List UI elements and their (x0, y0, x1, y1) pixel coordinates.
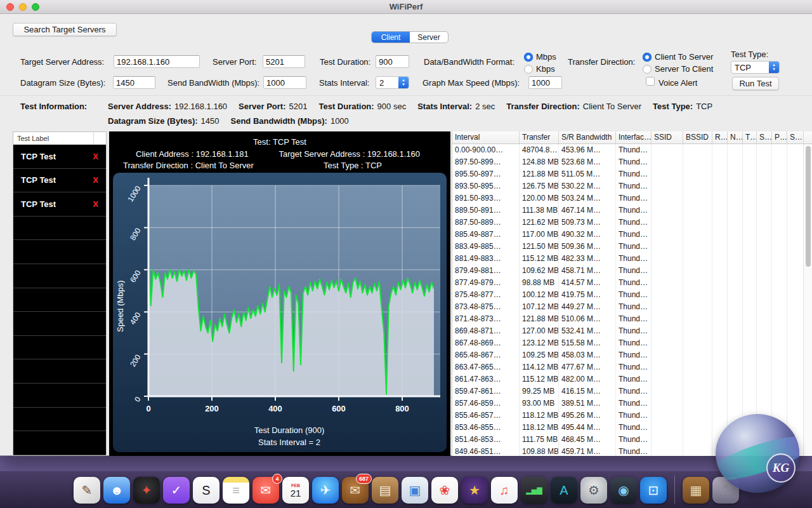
stats-table-row: 891.50-893…120.00 MB503.24 M…Thund… (452, 192, 812, 204)
table-scrollbar[interactable] (803, 144, 812, 456)
stats-column-header[interactable]: N… (728, 131, 743, 144)
tab-client[interactable]: Client (372, 32, 410, 43)
table-scrollbar-thumb[interactable] (806, 146, 811, 267)
test-list-header[interactable]: Test Label (13, 132, 106, 145)
graph-max-speed-input[interactable] (528, 76, 562, 89)
window-titlebar[interactable]: WiFiPerf (0, 0, 812, 14)
stats-column-header[interactable]: Interfac… (616, 131, 652, 144)
safari-icon[interactable]: ✈ (312, 477, 339, 504)
stats-column-header[interactable]: T… (743, 131, 757, 144)
chart-addresses: Client Address : 192.168.1.181 Target Se… (136, 149, 420, 159)
radio-server-to-client[interactable]: Server To Client (643, 64, 713, 74)
datagram-size-input[interactable] (113, 76, 155, 89)
radio-client-to-server[interactable]: Client To Server (643, 52, 713, 62)
stats-table-row: 875.48-877…100.12 MB419.75 M…Thund… (452, 289, 812, 301)
photos-icon[interactable]: ❀ (431, 477, 458, 504)
run-test-button[interactable]: Run Test (732, 77, 779, 90)
stats-column-header[interactable]: SSID (652, 131, 683, 144)
target-server-address-input[interactable] (114, 55, 200, 68)
chart-direction-type: Transfer Direction : Client To Server Te… (123, 161, 382, 170)
stats-column-header[interactable]: P… (772, 131, 787, 144)
pictures-folder-icon[interactable]: ▦ (683, 477, 709, 504)
stats-cell (743, 192, 757, 204)
affinity-photo-icon[interactable]: A (551, 477, 577, 504)
stats-table-row: 889.50-891…111.38 MB467.14 M…Thund… (452, 204, 812, 217)
notes-icon[interactable]: ≡ (223, 477, 249, 504)
stats-cell (683, 253, 712, 265)
stocks-icon[interactable]: ▂▅▇ (521, 477, 547, 504)
stats-cell: 120.00 MB (520, 192, 559, 204)
stats-cell: 523.68 M… (559, 156, 616, 168)
stats-cell: 887.50-889… (452, 217, 520, 229)
tasks-icon[interactable]: ✓ (163, 477, 190, 504)
stats-table-header: IntervalTransferS/R BandwidthInterfac…SS… (452, 131, 812, 144)
stats-cell (728, 229, 743, 241)
preview-icon[interactable]: ✎ (74, 477, 100, 504)
stats-cell (772, 229, 787, 241)
search-target-servers-button[interactable]: Search Target Servers (13, 23, 117, 36)
stats-cell (743, 265, 757, 277)
radio-client-to-server-circle[interactable] (643, 53, 652, 62)
stats-cell: 891.50-893… (452, 192, 520, 204)
finder-icon[interactable]: ☻ (103, 477, 130, 504)
screen-sharing-icon[interactable]: ⊡ (640, 477, 667, 504)
system-preferences-icon[interactable]: ⚙ (580, 477, 607, 504)
stats-cell (652, 325, 683, 337)
stepper-arrows-icon[interactable]: ▲▼ (769, 62, 779, 73)
stats-column-header[interactable]: S/R Bandwidth (559, 131, 616, 144)
radio-kbps[interactable]: Kbps (524, 64, 555, 74)
stats-cell (728, 325, 743, 337)
stats-cell (787, 265, 804, 277)
stats-column-header[interactable]: Transfer (520, 131, 559, 144)
files-icon[interactable]: ▣ (402, 477, 428, 504)
stats-cell (683, 446, 712, 456)
camera-icon[interactable]: ◉ (610, 477, 637, 504)
stats-cell (712, 144, 728, 156)
test-list-panel: Test Label TCP TestXTCP TestXTCP TestX (13, 131, 107, 456)
stats-cell: 851.46-853… (452, 434, 520, 446)
contacts-book-icon[interactable]: ▤ (372, 477, 398, 504)
server-port-input[interactable] (263, 55, 305, 68)
stepper-arrows-icon[interactable]: ▲▼ (398, 77, 409, 88)
stats-cell (728, 144, 743, 156)
stats-column-header[interactable]: Interval (452, 131, 520, 144)
shazam-icon[interactable]: S (193, 477, 219, 504)
thunderbird-mail-icon[interactable]: ✉687 (342, 477, 369, 504)
radio-server-to-client-circle[interactable] (643, 65, 652, 74)
radio-kbps-circle[interactable] (524, 65, 533, 74)
test-list-item[interactable]: TCP TestX (13, 169, 106, 193)
client-address-text: Client Address : 192.168.1.181 (136, 149, 249, 159)
stats-column-header[interactable]: R… (712, 131, 728, 144)
stats-table-row: 0.00-900.00…48704.8…453.96 M…Thund… (452, 144, 812, 156)
test-list-item[interactable]: TCP TestX (13, 145, 106, 169)
test-duration-input[interactable] (376, 55, 409, 68)
stats-cell: 857.46-859… (452, 398, 520, 410)
stats-cell (743, 277, 757, 289)
test-info-line1: Server Address:192.168.1.160Server Port:… (108, 102, 712, 111)
stats-cell: 532.41 M… (559, 325, 616, 337)
stats-cell (728, 289, 743, 301)
send-bandwidth-input[interactable] (263, 76, 306, 89)
messages-icon[interactable]: ✉4 (252, 477, 279, 504)
test-list-item[interactable]: TCP TestX (13, 192, 106, 217)
music-icon[interactable]: ♫ (491, 477, 518, 504)
stats-cell (712, 253, 728, 265)
launchpad-icon[interactable]: ✦ (133, 477, 160, 504)
calendar-icon[interactable]: FEB21 (282, 477, 309, 504)
tab-server[interactable]: Server (410, 32, 448, 43)
imovie-icon[interactable]: ★ (461, 477, 488, 504)
stats-column-header[interactable]: BSSID (683, 131, 712, 144)
stats-column-header[interactable]: S… (787, 131, 804, 144)
test-type-dropdown[interactable]: TCP ▲▼ (731, 61, 780, 74)
remove-test-button[interactable]: X (93, 199, 98, 209)
stats-interval-dropdown[interactable]: 2 ▲▼ (376, 76, 409, 89)
remove-test-button[interactable]: X (93, 152, 98, 161)
radio-mbps-circle[interactable] (524, 53, 533, 62)
finder-icon-glyph: ☻ (110, 484, 123, 497)
chart-box: 020040060080002004006008001000 Speed (Mb… (113, 173, 447, 452)
voice-alert-checkbox[interactable] (646, 77, 655, 86)
radio-mbps[interactable]: Mbps (524, 52, 556, 62)
stats-column-header[interactable]: S… (757, 131, 772, 144)
remove-test-button[interactable]: X (93, 175, 98, 185)
stats-table-row: 895.50-897…121.88 MB511.05 M…Thund… (452, 168, 812, 180)
